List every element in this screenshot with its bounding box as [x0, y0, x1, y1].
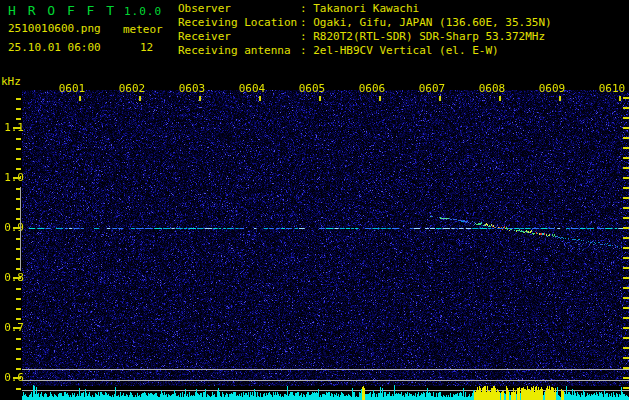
- freq-unit-label: kHz: [1, 76, 21, 88]
- info-value: 2el-HB9CV Vertical (el. E-W): [313, 44, 498, 57]
- freq-major-tick: [13, 377, 21, 379]
- freq-minor-tick: [16, 138, 21, 140]
- right-scale-tick: [623, 277, 629, 279]
- freq-minor-tick: [16, 118, 21, 120]
- right-scale-tick: [623, 177, 629, 179]
- freq-minor-tick: [16, 108, 21, 110]
- info-label: Receiver: [178, 30, 300, 44]
- time-tick: [439, 96, 441, 101]
- time-tick-label: 0602: [113, 82, 151, 95]
- carrier-range-marker: [20, 187, 21, 271]
- time-tick-label: 0607: [413, 82, 451, 95]
- mode-label: meteor: [123, 24, 163, 36]
- freq-minor-tick: [16, 148, 21, 150]
- station-info-row: Receiving Location: Ogaki, Gifu, JAPAN (…: [178, 16, 552, 30]
- right-scale-tick: [623, 117, 629, 119]
- time-tick: [139, 96, 141, 101]
- right-scale-tick: [623, 377, 629, 379]
- freq-minor-tick: [16, 288, 21, 290]
- time-tick-label: 0609: [533, 82, 571, 95]
- right-scale-tick: [623, 387, 629, 389]
- info-value: Ogaki, Gifu, JAPAN (136.60E, 35.35N): [313, 16, 551, 29]
- time-tick-label: 0605: [293, 82, 331, 95]
- spectrogram-canvas: [22, 90, 629, 400]
- right-scale-tick: [623, 237, 629, 239]
- freq-major-tick: [13, 177, 21, 179]
- output-filename: 2510010600.png: [8, 23, 101, 35]
- freq-minor-tick: [16, 368, 21, 370]
- right-scale-tick: [623, 157, 629, 159]
- right-scale-tick: [623, 127, 629, 129]
- freq-minor-tick: [16, 348, 21, 350]
- station-info-row: Observer: Takanori Kawachi: [178, 2, 552, 16]
- station-info: Observer: Takanori KawachiReceiving Loca…: [178, 2, 552, 58]
- hrofft-screenshot: H R O F F T 1.0.0 2510010600.png meteor …: [0, 0, 629, 400]
- freq-minor-tick: [16, 298, 21, 300]
- right-scale-tick: [623, 367, 629, 369]
- right-scale-tick: [623, 287, 629, 289]
- freq-major-tick: [13, 327, 21, 329]
- right-scale-tick: [623, 317, 629, 319]
- freq-minor-tick: [16, 98, 21, 100]
- right-scale-tick: [623, 247, 629, 249]
- info-label: Receiving antenna: [178, 44, 300, 58]
- right-scale-tick: [623, 257, 629, 259]
- time-tick: [259, 96, 261, 101]
- freq-minor-tick: [16, 318, 21, 320]
- time-tick-label: 0608: [473, 82, 511, 95]
- app-title: H R O F F T: [8, 4, 116, 18]
- freq-major-tick: [13, 127, 21, 129]
- freq-minor-tick: [16, 388, 21, 390]
- right-scale-tick: [623, 347, 629, 349]
- time-tick-label: 0601: [53, 82, 91, 95]
- time-tick-label: 0606: [353, 82, 391, 95]
- right-scale-tick: [623, 97, 629, 99]
- time-tick-label: 0603: [173, 82, 211, 95]
- app-version: 1.0.0: [124, 6, 162, 18]
- info-label: Observer: [178, 2, 300, 16]
- datetime-label: 25.10.01 06:00: [8, 42, 101, 54]
- right-scale-tick: [623, 337, 629, 339]
- right-scale-tick: [623, 357, 629, 359]
- time-tick: [379, 96, 381, 101]
- time-tick-label: 0610: [593, 82, 629, 95]
- right-scale-tick: [623, 227, 629, 229]
- right-scale-tick: [623, 147, 629, 149]
- info-label: Receiving Location: [178, 16, 300, 30]
- time-tick: [619, 96, 621, 101]
- time-tick-label: 0604: [233, 82, 271, 95]
- right-scale-tick: [623, 197, 629, 199]
- time-tick: [499, 96, 501, 101]
- right-scale-tick: [623, 107, 629, 109]
- station-info-row: Receiving antenna: 2el-HB9CV Vertical (e…: [178, 44, 552, 58]
- right-scale-tick: [623, 207, 629, 209]
- time-tick: [559, 96, 561, 101]
- freq-minor-tick: [16, 338, 21, 340]
- time-tick: [199, 96, 201, 101]
- right-scale-tick: [623, 137, 629, 139]
- freq-minor-tick: [16, 358, 21, 360]
- freq-minor-tick: [16, 158, 21, 160]
- right-scale-tick: [623, 187, 629, 189]
- time-tick: [319, 96, 321, 101]
- right-scale-tick: [623, 167, 629, 169]
- info-value: R820T2(RTL-SDR) SDR-Sharp 53.372MHz: [313, 30, 545, 43]
- info-value: Takanori Kawachi: [313, 2, 419, 15]
- freq-minor-tick: [16, 308, 21, 310]
- time-tick: [79, 96, 81, 101]
- right-scale-tick: [623, 307, 629, 309]
- right-scale-tick: [623, 327, 629, 329]
- freq-minor-tick: [16, 168, 21, 170]
- station-info-row: Receiver: R820T2(RTL-SDR) SDR-Sharp 53.3…: [178, 30, 552, 44]
- freq-major-tick: [13, 277, 21, 279]
- right-scale-tick: [623, 217, 629, 219]
- echo-count: 12: [140, 42, 153, 54]
- right-scale-tick: [623, 297, 629, 299]
- right-scale-tick: [623, 267, 629, 269]
